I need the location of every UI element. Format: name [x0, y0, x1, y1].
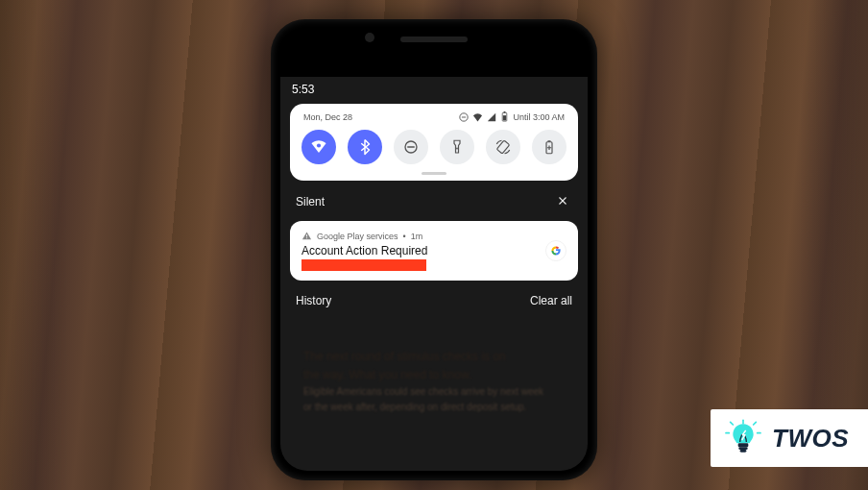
notification-header: Google Play services • 1m — [301, 231, 536, 241]
notification-card[interactable]: Google Play services • 1m Account Action… — [290, 221, 578, 281]
qs-tile-wifi[interactable] — [301, 130, 336, 164]
qs-dnd-until: Until 3:00 AM — [513, 112, 565, 122]
silent-label: Silent — [296, 195, 325, 208]
auto-rotate-icon — [494, 138, 512, 156]
blurred-line-2: the way. What you need to know. — [303, 366, 565, 384]
quick-settings-tiles — [300, 128, 568, 166]
clear-all-button[interactable]: Clear all — [530, 294, 572, 307]
svg-rect-3 — [504, 111, 506, 112]
quick-settings-panel[interactable]: Mon, Dec 28 Until 3:00 AM — [290, 104, 578, 181]
dnd-indicator-icon — [459, 112, 469, 122]
qs-drag-handle[interactable] — [422, 172, 446, 175]
status-bar: 5:53 — [280, 77, 588, 100]
flashlight-icon — [448, 138, 466, 156]
history-label[interactable]: History — [296, 294, 331, 307]
battery-saver-icon — [541, 138, 558, 156]
qs-tile-bluetooth[interactable] — [348, 130, 382, 164]
blurred-line-1: The next round of stimulus checks is on — [303, 348, 565, 366]
blurred-background-content: The next round of stimulus checks is on … — [294, 338, 574, 425]
qs-status-icons: Until 3:00 AM — [459, 111, 565, 122]
wood-background: 5:53 Mon, Dec 28 Until 3:00 AM — [0, 0, 868, 490]
phone-body: 5:53 Mon, Dec 28 Until 3:00 AM — [280, 29, 588, 471]
notification-separator: • — [403, 232, 406, 241]
svg-point-8 — [456, 148, 458, 150]
svg-rect-21 — [740, 450, 747, 453]
svg-line-26 — [754, 422, 757, 425]
notification-title: Account Action Required — [301, 244, 536, 257]
svg-rect-16 — [306, 234, 307, 236]
qs-date: Mon, Dec 28 — [303, 112, 352, 122]
qs-tile-battery-saver[interactable] — [532, 130, 567, 164]
history-section-header: History Clear all — [280, 282, 588, 313]
qs-tile-flashlight[interactable] — [440, 130, 474, 164]
notification-age: 1m — [411, 232, 423, 241]
qs-tile-dnd[interactable] — [394, 130, 428, 164]
blurred-line-4: or the week after, depending on direct d… — [303, 400, 565, 415]
qs-tile-rotate[interactable] — [486, 130, 520, 164]
google-logo-icon — [545, 240, 567, 261]
phone-camera — [365, 33, 374, 42]
svg-rect-4 — [503, 115, 506, 120]
watermark-text: TWOS — [772, 424, 849, 453]
svg-rect-20 — [738, 447, 747, 450]
bluetooth-icon — [356, 138, 374, 156]
wifi-status-icon — [472, 112, 483, 122]
quick-settings-header: Mon, Dec 28 Until 3:00 AM — [300, 111, 568, 128]
battery-status-icon — [500, 111, 509, 122]
svg-rect-11 — [548, 140, 551, 142]
watermark-badge: TWOS — [711, 409, 868, 467]
do-not-disturb-icon — [402, 138, 420, 156]
silent-section-header: Silent — [280, 184, 588, 219]
phone-screen: 5:53 Mon, Dec 28 Until 3:00 AM — [280, 77, 588, 471]
notification-redacted-body — [301, 259, 426, 271]
wifi-icon — [310, 138, 327, 156]
notification-app-name: Google Play services — [317, 232, 398, 241]
close-icon — [557, 195, 568, 207]
svg-rect-19 — [738, 443, 749, 447]
notification-content: Google Play services • 1m Account Action… — [301, 231, 536, 271]
signal-status-icon — [487, 112, 496, 122]
phone-frame: 5:53 Mon, Dec 28 Until 3:00 AM — [271, 19, 597, 480]
svg-rect-17 — [306, 237, 307, 238]
svg-line-25 — [731, 422, 734, 425]
phone-speaker — [400, 37, 468, 42]
svg-point-5 — [317, 143, 321, 147]
silent-dismiss-button[interactable] — [553, 192, 572, 211]
blurred-line-3: Eligible Americans could see checks arri… — [303, 384, 565, 400]
warning-icon — [301, 231, 312, 241]
lightbulb-icon — [724, 419, 762, 457]
status-time: 5:53 — [292, 83, 314, 96]
